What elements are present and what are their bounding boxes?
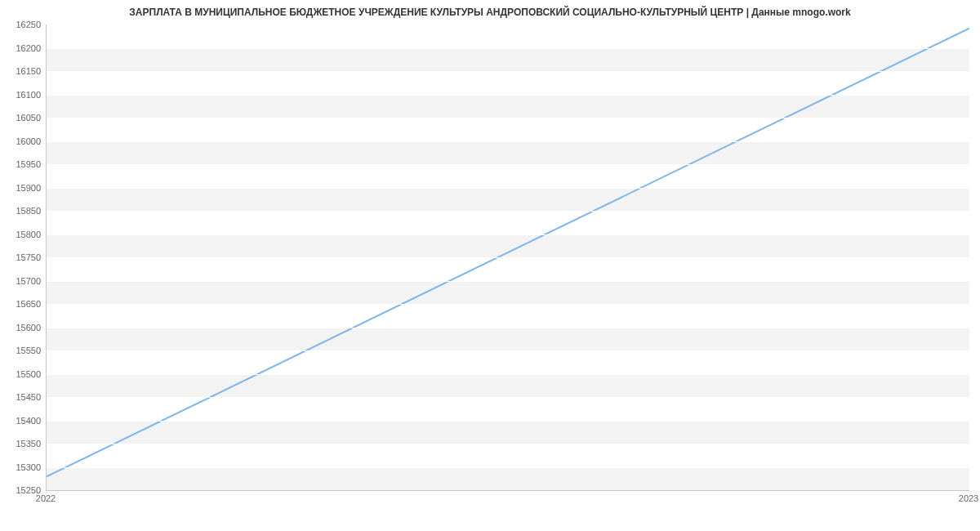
y-gridline xyxy=(47,444,969,444)
y-gridline xyxy=(47,164,969,165)
y-tick-label: 15800 xyxy=(5,230,41,239)
y-gridline xyxy=(47,141,969,142)
y-gridline xyxy=(47,257,969,258)
y-gridline xyxy=(47,25,969,25)
y-gridline xyxy=(47,234,969,235)
y-gridline xyxy=(47,95,969,96)
y-tick-label: 15350 xyxy=(5,439,41,448)
y-tick-label: 15700 xyxy=(5,276,41,286)
x-tick-label: 2022 xyxy=(36,493,56,503)
chart-title: ЗАРПЛАТА В МУНИЦИПАЛЬНОЕ БЮДЖЕТНОЕ УЧРЕЖ… xyxy=(0,7,980,18)
y-tick-label: 15950 xyxy=(5,159,41,169)
y-tick-label: 15650 xyxy=(5,299,41,309)
y-tick-label: 15300 xyxy=(5,462,41,472)
y-gridline xyxy=(47,350,969,351)
y-gridline xyxy=(47,71,969,72)
y-gridline xyxy=(47,328,969,328)
y-tick-label: 15900 xyxy=(5,183,41,193)
line-series xyxy=(47,29,969,477)
y-gridline xyxy=(47,118,969,118)
y-gridline xyxy=(47,490,969,491)
y-tick-label: 15400 xyxy=(5,416,41,426)
y-tick-label: 16050 xyxy=(5,113,41,123)
y-tick-label: 15550 xyxy=(5,346,41,355)
plot-area xyxy=(46,25,969,491)
y-gridline xyxy=(47,211,969,212)
y-gridline xyxy=(47,304,969,305)
y-gridline xyxy=(47,48,969,49)
y-gridline xyxy=(47,188,969,189)
x-tick-label: 2023 xyxy=(959,493,978,503)
y-gridline xyxy=(47,421,969,422)
y-tick-label: 15500 xyxy=(5,369,41,379)
y-tick-label: 16100 xyxy=(5,90,41,100)
y-tick-label: 15600 xyxy=(5,323,41,332)
y-tick-label: 16000 xyxy=(5,136,41,146)
y-gridline xyxy=(47,397,969,398)
y-tick-label: 16250 xyxy=(5,20,41,29)
y-tick-label: 15750 xyxy=(5,252,41,262)
y-tick-label: 15850 xyxy=(5,206,41,216)
chart-container: ЗАРПЛАТА В МУНИЦИПАЛЬНОЕ БЮДЖЕТНОЕ УЧРЕЖ… xyxy=(0,0,980,531)
y-gridline xyxy=(47,281,969,282)
y-tick-label: 16200 xyxy=(5,43,41,53)
y-gridline xyxy=(47,467,969,468)
y-tick-label: 15450 xyxy=(5,392,41,402)
y-gridline xyxy=(47,374,969,375)
y-tick-label: 16150 xyxy=(5,66,41,76)
